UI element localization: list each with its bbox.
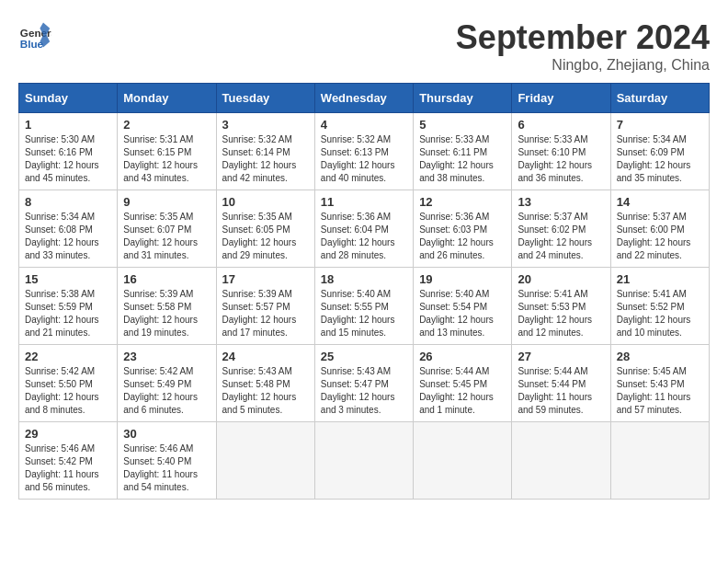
calendar-cell xyxy=(216,422,314,500)
calendar-row-1: 8Sunrise: 5:34 AMSunset: 6:08 PMDaylight… xyxy=(19,190,710,268)
calendar-cell: 21Sunrise: 5:41 AMSunset: 5:52 PMDayligh… xyxy=(610,268,709,345)
day-number: 25 xyxy=(321,350,407,363)
day-info: Sunrise: 5:35 AMSunset: 6:05 PMDaylight:… xyxy=(222,211,309,262)
calendar-cell: 17Sunrise: 5:39 AMSunset: 5:57 PMDayligh… xyxy=(216,268,314,345)
header-tuesday: Tuesday xyxy=(216,84,314,113)
calendar-cell: 19Sunrise: 5:40 AMSunset: 5:54 PMDayligh… xyxy=(414,268,512,345)
calendar-cell: 8Sunrise: 5:34 AMSunset: 6:08 PMDaylight… xyxy=(19,190,118,268)
calendar-cell: 15Sunrise: 5:38 AMSunset: 5:59 PMDayligh… xyxy=(19,268,118,345)
logo-icon: General Blue xyxy=(18,18,51,52)
day-number: 3 xyxy=(222,118,309,132)
calendar-cell: 13Sunrise: 5:37 AMSunset: 6:02 PMDayligh… xyxy=(512,190,610,268)
day-number: 30 xyxy=(123,427,210,441)
day-number: 8 xyxy=(25,195,111,209)
day-info: Sunrise: 5:41 AMSunset: 5:53 PMDaylight:… xyxy=(518,288,604,339)
calendar-cell: 1Sunrise: 5:30 AMSunset: 6:16 PMDaylight… xyxy=(19,113,118,190)
calendar-cell: 9Sunrise: 5:35 AMSunset: 6:07 PMDaylight… xyxy=(118,190,216,268)
calendar-cell: 18Sunrise: 5:40 AMSunset: 5:55 PMDayligh… xyxy=(314,268,413,345)
day-info: Sunrise: 5:32 AMSunset: 6:14 PMDaylight:… xyxy=(222,133,309,185)
day-number: 23 xyxy=(123,350,210,363)
day-info: Sunrise: 5:43 AMSunset: 5:47 PMDaylight:… xyxy=(321,365,407,417)
calendar-cell: 10Sunrise: 5:35 AMSunset: 6:05 PMDayligh… xyxy=(216,190,314,268)
day-number: 2 xyxy=(123,118,210,132)
month-title: September 2024 xyxy=(456,18,710,57)
header-wednesday: Wednesday xyxy=(314,84,413,113)
day-number: 11 xyxy=(321,195,407,209)
day-number: 24 xyxy=(222,350,309,363)
day-number: 20 xyxy=(518,272,604,286)
calendar-row-4: 29Sunrise: 5:46 AMSunset: 5:42 PMDayligh… xyxy=(19,422,710,500)
calendar-cell: 30Sunrise: 5:46 AMSunset: 5:40 PMDayligh… xyxy=(118,422,216,500)
calendar-cell: 27Sunrise: 5:44 AMSunset: 5:44 PMDayligh… xyxy=(512,345,610,422)
calendar-cell: 7Sunrise: 5:34 AMSunset: 6:09 PMDaylight… xyxy=(610,113,709,190)
day-info: Sunrise: 5:42 AMSunset: 5:50 PMDaylight:… xyxy=(25,365,111,417)
day-number: 16 xyxy=(123,272,210,286)
day-info: Sunrise: 5:40 AMSunset: 5:55 PMDaylight:… xyxy=(321,288,407,339)
calendar-cell xyxy=(610,422,709,500)
calendar-cell: 24Sunrise: 5:43 AMSunset: 5:48 PMDayligh… xyxy=(216,345,314,422)
day-info: Sunrise: 5:34 AMSunset: 6:09 PMDaylight:… xyxy=(617,133,703,185)
day-info: Sunrise: 5:46 AMSunset: 5:40 PMDaylight:… xyxy=(123,442,210,494)
day-info: Sunrise: 5:34 AMSunset: 6:08 PMDaylight:… xyxy=(25,211,111,262)
day-number: 9 xyxy=(123,195,210,209)
day-number: 6 xyxy=(518,118,604,132)
day-info: Sunrise: 5:39 AMSunset: 5:57 PMDaylight:… xyxy=(222,288,309,339)
day-number: 14 xyxy=(617,195,703,209)
weekday-header-row: Sunday Monday Tuesday Wednesday Thursday… xyxy=(19,84,710,113)
title-section: September 2024 Ningbo, Zhejiang, China xyxy=(456,18,710,74)
day-number: 17 xyxy=(222,272,309,286)
logo: General Blue xyxy=(18,18,51,52)
calendar-cell xyxy=(314,422,413,500)
day-info: Sunrise: 5:33 AMSunset: 6:10 PMDaylight:… xyxy=(518,133,604,185)
calendar-cell: 16Sunrise: 5:39 AMSunset: 5:58 PMDayligh… xyxy=(118,268,216,345)
day-info: Sunrise: 5:45 AMSunset: 5:43 PMDaylight:… xyxy=(617,365,703,417)
calendar-cell: 23Sunrise: 5:42 AMSunset: 5:49 PMDayligh… xyxy=(118,345,216,422)
day-info: Sunrise: 5:37 AMSunset: 6:02 PMDaylight:… xyxy=(518,211,604,262)
day-info: Sunrise: 5:40 AMSunset: 5:54 PMDaylight:… xyxy=(419,288,506,339)
calendar-cell: 14Sunrise: 5:37 AMSunset: 6:00 PMDayligh… xyxy=(610,190,709,268)
header-sunday: Sunday xyxy=(19,84,118,113)
calendar-cell: 28Sunrise: 5:45 AMSunset: 5:43 PMDayligh… xyxy=(610,345,709,422)
day-number: 1 xyxy=(25,118,111,132)
day-number: 26 xyxy=(419,350,506,363)
calendar-cell: 25Sunrise: 5:43 AMSunset: 5:47 PMDayligh… xyxy=(314,345,413,422)
day-number: 22 xyxy=(25,350,111,363)
day-number: 19 xyxy=(419,272,506,286)
day-info: Sunrise: 5:41 AMSunset: 5:52 PMDaylight:… xyxy=(617,288,703,339)
calendar-cell: 22Sunrise: 5:42 AMSunset: 5:50 PMDayligh… xyxy=(19,345,118,422)
calendar-cell: 3Sunrise: 5:32 AMSunset: 6:14 PMDaylight… xyxy=(216,113,314,190)
page-header: General Blue September 2024 Ningbo, Zhej… xyxy=(18,18,710,74)
calendar-cell: 4Sunrise: 5:32 AMSunset: 6:13 PMDaylight… xyxy=(314,113,413,190)
day-info: Sunrise: 5:32 AMSunset: 6:13 PMDaylight:… xyxy=(321,133,407,185)
day-info: Sunrise: 5:31 AMSunset: 6:15 PMDaylight:… xyxy=(123,133,210,185)
day-number: 10 xyxy=(222,195,309,209)
svg-text:Blue: Blue xyxy=(20,38,44,50)
header-saturday: Saturday xyxy=(610,84,709,113)
day-number: 28 xyxy=(617,350,703,363)
calendar-row-0: 1Sunrise: 5:30 AMSunset: 6:16 PMDaylight… xyxy=(19,113,710,190)
day-info: Sunrise: 5:43 AMSunset: 5:48 PMDaylight:… xyxy=(222,365,309,417)
day-info: Sunrise: 5:37 AMSunset: 6:00 PMDaylight:… xyxy=(617,211,703,262)
day-info: Sunrise: 5:44 AMSunset: 5:44 PMDaylight:… xyxy=(518,365,604,417)
calendar-cell: 20Sunrise: 5:41 AMSunset: 5:53 PMDayligh… xyxy=(512,268,610,345)
day-number: 15 xyxy=(25,272,111,286)
calendar-table: Sunday Monday Tuesday Wednesday Thursday… xyxy=(18,83,710,500)
day-info: Sunrise: 5:42 AMSunset: 5:49 PMDaylight:… xyxy=(123,365,210,417)
day-number: 7 xyxy=(617,118,703,132)
calendar-row-3: 22Sunrise: 5:42 AMSunset: 5:50 PMDayligh… xyxy=(19,345,710,422)
day-number: 29 xyxy=(25,427,111,441)
calendar-cell: 29Sunrise: 5:46 AMSunset: 5:42 PMDayligh… xyxy=(19,422,118,500)
day-number: 13 xyxy=(518,195,604,209)
day-number: 27 xyxy=(518,350,604,363)
day-number: 5 xyxy=(419,118,506,132)
day-number: 12 xyxy=(419,195,506,209)
calendar-cell xyxy=(512,422,610,500)
header-friday: Friday xyxy=(512,84,610,113)
header-monday: Monday xyxy=(118,84,216,113)
day-info: Sunrise: 5:38 AMSunset: 5:59 PMDaylight:… xyxy=(25,288,111,339)
calendar-cell: 2Sunrise: 5:31 AMSunset: 6:15 PMDaylight… xyxy=(118,113,216,190)
day-info: Sunrise: 5:36 AMSunset: 6:03 PMDaylight:… xyxy=(419,211,506,262)
day-info: Sunrise: 5:39 AMSunset: 5:58 PMDaylight:… xyxy=(123,288,210,339)
calendar-row-2: 15Sunrise: 5:38 AMSunset: 5:59 PMDayligh… xyxy=(19,268,710,345)
calendar-cell: 12Sunrise: 5:36 AMSunset: 6:03 PMDayligh… xyxy=(414,190,512,268)
